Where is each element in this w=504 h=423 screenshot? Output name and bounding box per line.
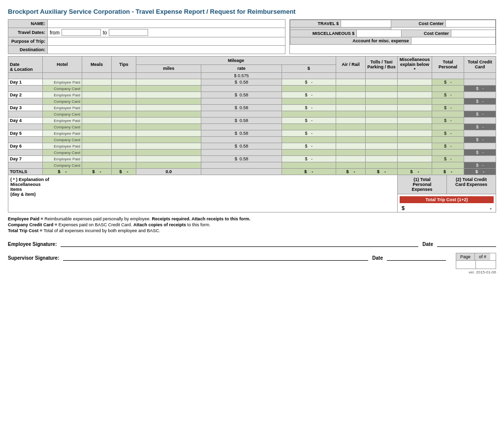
day-6-emp-label: Employee Paid <box>43 143 82 150</box>
day-6-emp-dollar: $ - <box>282 143 336 150</box>
day-3-comp-miles <box>136 111 201 118</box>
day-2-comp-extra-2 <box>398 98 432 105</box>
day-5-emp-cell-1 <box>112 130 136 137</box>
legend-section: Employee Paid = Reimbursable expenses pa… <box>8 216 496 233</box>
day-4-emp-cell-1 <box>112 118 136 124</box>
cost-center-label1: Cost Center <box>391 20 446 28</box>
from-date-input[interactable] <box>62 29 101 36</box>
day-6-label: Day 6 <box>8 143 43 150</box>
day-2-label-row: Day 2Employee Paid$ 0.58$ -$ - <box>8 92 496 98</box>
total-trip-value: $ - <box>398 204 496 212</box>
totals-footer: TOTALS $ - $ - $ - 0.0 $ - $ - $ - $ - $… <box>8 169 496 175</box>
name-input[interactable] <box>50 21 283 26</box>
day-7-label: Day 7 <box>8 156 43 162</box>
name-row: NAME: <box>8 20 285 28</box>
day-4-comp-cell-0 <box>82 124 112 130</box>
day-2-comp-extra-0 <box>336 98 366 105</box>
day-1-comp-cell-1 <box>112 86 136 92</box>
emp-paid-legend-label: Employee Paid = <box>8 216 43 221</box>
totals-personal: $ - <box>432 169 464 175</box>
destination-input[interactable] <box>50 47 283 52</box>
name-label: NAME: <box>8 20 48 28</box>
misc-dollar-value <box>356 30 401 37</box>
day-7-comp-personal <box>432 162 464 169</box>
day-5-emp-extra-2 <box>398 130 432 137</box>
travel-dollar-value <box>341 20 391 28</box>
page-ref-header-row: Page of # <box>456 253 496 261</box>
day-4-label-row: Day 4Employee Paid$ 0.58$ -$ - <box>8 118 496 124</box>
day-3-emp-dollar: $ - <box>282 105 336 111</box>
purpose-input-cell <box>48 37 285 45</box>
day-7-emp-cell-0 <box>82 156 112 162</box>
day-6-emp-total-credit <box>464 143 496 150</box>
day-5-comp-cell-1 <box>112 137 136 143</box>
legend-company-card: Company Credit Card = Expenses paid on B… <box>8 222 496 227</box>
day-5-comp-date <box>8 137 43 143</box>
day-4-emp-extra-2 <box>398 118 432 124</box>
day-3-label: Day 3 <box>8 105 43 111</box>
day-6-comp-extra-2 <box>398 150 432 156</box>
day-5-emp-extra-0 <box>336 130 366 137</box>
day-5-emp-label: Employee Paid <box>43 130 82 137</box>
destination-row: Destination: <box>8 46 285 54</box>
right-grid2: MISCELLANEOUS $ Cost Center <box>290 30 496 37</box>
day-4-comp-date <box>8 124 43 130</box>
totals-rate-cell <box>201 169 282 175</box>
day-4-emp-total-credit <box>464 118 496 124</box>
account-misc-value <box>411 37 496 45</box>
day-5-emp-miles <box>136 130 201 137</box>
day-2-comp-cell-0 <box>82 98 112 105</box>
day-4-comp-extra-2 <box>398 124 432 130</box>
totals-air: $ - <box>336 169 366 175</box>
purpose-input[interactable] <box>50 38 283 43</box>
days-table-body: Day 1Employee Paid$ 0.58$ -$ -Company Ca… <box>8 79 496 169</box>
day-4-company-row: Company Card$ - <box>8 124 496 130</box>
day-3-emp-total-credit <box>464 105 496 111</box>
cost-center-value1 <box>445 20 496 28</box>
day-5-comp-credit: $ - <box>464 137 496 143</box>
day-3-emp-label: Employee Paid <box>43 105 82 111</box>
day-7-comp-extra-1 <box>366 162 398 169</box>
mileage-rate-value: 0.575 <box>238 73 249 78</box>
day-2-emp-dollar: $ - <box>282 92 336 98</box>
day-1-emp-extra-2 <box>398 79 432 86</box>
day-7-comp-label: Company Card <box>43 162 82 169</box>
totals-credit: $ - <box>464 169 496 175</box>
right-grid: TRAVEL $ Cost Center <box>290 20 496 30</box>
day-1-comp-extra-1 <box>366 86 398 92</box>
day-3-emp-cell-0 <box>82 105 112 111</box>
header-tips: Tips <box>112 57 136 73</box>
day-5-comp-extra-2 <box>398 137 432 143</box>
from-label: from <box>50 30 60 35</box>
exp-right-top: (1) TotalPersonalExpenses (2) Total Cred… <box>398 175 496 194</box>
day-3-comp-rate <box>201 111 282 118</box>
day-5-emp-cell-0 <box>82 130 112 137</box>
day-3-comp-cell-1 <box>112 111 136 118</box>
day-3-emp-extra-0 <box>336 105 366 111</box>
day-7-emp-total-credit <box>464 156 496 162</box>
emp-sig-line <box>61 239 418 247</box>
day-6-comp-dollar <box>282 150 336 156</box>
day-2-comp-date <box>8 98 43 105</box>
day-6-emp-extra-1 <box>366 143 398 150</box>
day-3-emp-cell-1 <box>112 105 136 111</box>
day-4-label: Day 4 <box>8 118 43 124</box>
purpose-label: Purpose of Trip: <box>8 37 48 45</box>
day-6-comp-cell-1 <box>112 150 136 156</box>
signatures-section: Employee Signature: Date <box>8 239 496 247</box>
sup-date-label: Date <box>372 255 383 261</box>
day-3-emp-extra-1 <box>366 105 398 111</box>
header-total-personal: Total Personal <box>432 57 464 73</box>
day-4-emp-dollar: $ - <box>282 118 336 124</box>
name-input-cell <box>48 20 285 28</box>
day-5-comp-label: Company Card <box>43 137 82 143</box>
day-4-emp-total-personal: $ - <box>432 118 464 124</box>
to-date-input[interactable] <box>109 29 148 36</box>
day-3-comp-credit: $ - <box>464 111 496 118</box>
emp-date-label: Date <box>422 242 433 247</box>
header-row-1: Date& Location Hotel Meals Tips Mileage … <box>8 57 496 65</box>
day-7-emp-extra-2 <box>398 156 432 162</box>
day-1-comp-extra-0 <box>336 86 366 92</box>
day-3-comp-extra-2 <box>398 111 432 118</box>
day-7-emp-miles <box>136 156 201 162</box>
